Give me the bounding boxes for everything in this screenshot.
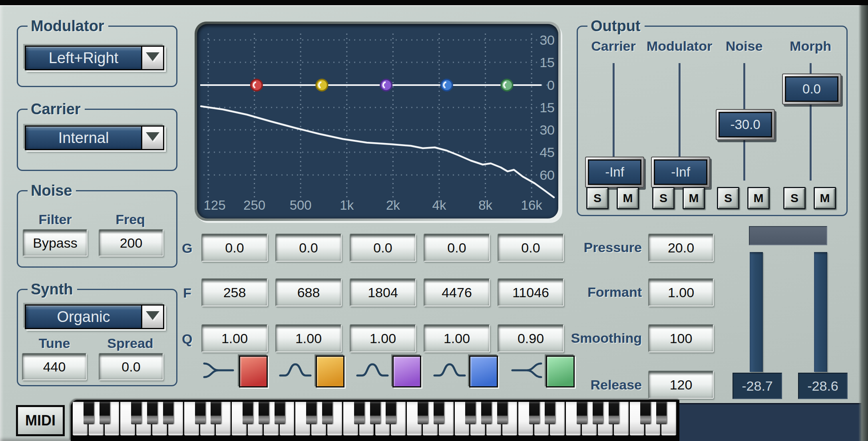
black-key[interactable] — [195, 402, 205, 424]
morph-fader-value: 0.0 — [785, 76, 838, 102]
black-key[interactable] — [640, 402, 651, 424]
svg-text:2k: 2k — [386, 198, 400, 213]
pressure-field[interactable]: 20.0 — [648, 234, 714, 262]
band-knob[interactable] — [380, 79, 392, 91]
dropdown-arrow-button[interactable] — [142, 47, 163, 69]
morph-mute-button[interactable]: M — [814, 187, 836, 209]
formant-field[interactable]: 1.00 — [648, 278, 714, 306]
noise-fader-handle[interactable]: -30.0 — [716, 109, 775, 140]
bandpass-shape-icon — [433, 359, 466, 382]
band4-q-field[interactable]: 1.00 — [424, 324, 490, 352]
band1-freq-field[interactable]: 258 — [201, 278, 268, 306]
black-key[interactable] — [545, 402, 555, 424]
noise-mute-button[interactable]: M — [747, 187, 770, 209]
meter-bar-left — [750, 252, 763, 372]
modulator-fader-handle[interactable]: -Inf — [651, 157, 710, 188]
band2-color-swatch[interactable] — [316, 356, 344, 387]
synth-type-select[interactable]: Organic — [25, 304, 164, 329]
noise-solo-button[interactable]: S — [717, 187, 739, 209]
noise-filter-field[interactable]: Bypass — [23, 229, 88, 256]
bandpass-shape-icon — [279, 359, 312, 382]
black-key[interactable] — [211, 402, 221, 424]
black-key[interactable] — [386, 402, 396, 424]
carrier-fader-value: -Inf — [588, 159, 641, 185]
black-key[interactable] — [259, 402, 269, 424]
band-display[interactable]: 1252505001k2k4k8k16k3015015304560 — [197, 24, 558, 219]
black-key[interactable] — [131, 402, 141, 424]
smoothing-field[interactable]: 100 — [648, 324, 714, 352]
band3-gain-field[interactable]: 0.0 — [350, 234, 416, 262]
black-key[interactable] — [418, 402, 428, 424]
band1-color-swatch[interactable] — [239, 356, 268, 387]
output-carrier-label: Carrier — [577, 38, 649, 54]
black-key[interactable] — [163, 402, 173, 424]
band4-freq-field[interactable]: 4476 — [424, 278, 490, 306]
synth-group-title: Synth — [28, 281, 77, 298]
black-key[interactable] — [275, 402, 285, 424]
black-key[interactable] — [147, 402, 157, 424]
black-key[interactable] — [100, 402, 110, 424]
black-key[interactable] — [322, 402, 332, 424]
band5-gain-field[interactable]: 0.0 — [498, 234, 564, 262]
band5-freq-field[interactable]: 11046 — [498, 278, 564, 306]
midi-button[interactable]: MIDI — [16, 405, 65, 436]
keyboard[interactable] — [71, 400, 679, 441]
black-key[interactable] — [434, 402, 444, 424]
band-display-frame: 1252505001k2k4k8k16k3015015304560 — [195, 22, 561, 221]
carrier-fader-handle[interactable]: -Inf — [585, 157, 644, 188]
synth-spread-field[interactable]: 0.0 — [99, 353, 163, 380]
modulator-mute-button[interactable]: M — [683, 187, 705, 209]
morph-solo-button[interactable]: S — [783, 187, 806, 209]
release-label: Release — [574, 377, 642, 393]
band2-freq-field[interactable]: 688 — [275, 278, 342, 306]
black-key[interactable] — [243, 402, 253, 424]
band3-q-field[interactable]: 1.00 — [350, 324, 416, 352]
band-knob[interactable] — [250, 79, 263, 91]
band-knob[interactable] — [440, 79, 453, 91]
dropdown-arrow-button[interactable] — [142, 127, 163, 149]
black-key[interactable] — [577, 402, 587, 424]
svg-text:500: 500 — [290, 198, 312, 213]
black-key[interactable] — [84, 402, 94, 424]
lowpass-shape-icon — [202, 359, 235, 382]
release-field[interactable]: 120 — [648, 371, 714, 399]
carrier-mute-button[interactable]: M — [617, 187, 639, 209]
carrier-source-value: Internal — [26, 127, 142, 149]
band1-q-field[interactable]: 1.00 — [201, 324, 268, 352]
dropdown-arrow-button[interactable] — [142, 306, 163, 328]
band-knob[interactable] — [500, 79, 513, 91]
svg-text:250: 250 — [243, 198, 265, 213]
black-key[interactable] — [306, 402, 317, 424]
black-key[interactable] — [497, 402, 508, 424]
black-key[interactable] — [656, 402, 667, 424]
band2-q-field[interactable]: 1.00 — [275, 324, 342, 352]
band3-color-swatch[interactable] — [392, 356, 421, 387]
band4-gain-field[interactable]: 0.0 — [424, 234, 490, 262]
modulator-solo-button[interactable]: S — [652, 187, 675, 209]
band-display-plot[interactable]: 1252505001k2k4k8k16k3015015304560 — [197, 24, 558, 219]
svg-text:15: 15 — [540, 55, 555, 70]
black-key[interactable] — [465, 402, 476, 424]
black-key[interactable] — [609, 402, 619, 424]
meter-bar-right — [814, 252, 827, 372]
black-key[interactable] — [370, 402, 380, 424]
band5-color-swatch[interactable] — [546, 356, 575, 387]
band3-freq-field[interactable]: 1804 — [350, 278, 416, 306]
band5-q-field[interactable]: 0.90 — [498, 324, 564, 352]
black-key[interactable] — [593, 402, 603, 424]
carrier-source-select[interactable]: Internal — [25, 125, 164, 150]
black-key[interactable] — [354, 402, 364, 424]
synth-tune-field[interactable]: 440 — [22, 353, 87, 380]
band-knob[interactable] — [315, 79, 328, 91]
window-top-edge — [0, 0, 868, 5]
carrier-solo-button[interactable]: S — [586, 187, 609, 209]
black-key[interactable] — [481, 402, 492, 424]
band4-color-swatch[interactable] — [469, 356, 498, 387]
noise-freq-field[interactable]: 200 — [99, 229, 163, 256]
highpass-shape-icon — [510, 359, 543, 382]
modulator-source-select[interactable]: Left+Right — [25, 46, 164, 70]
morph-fader-handle[interactable]: 0.0 — [782, 74, 841, 105]
black-key[interactable] — [529, 402, 540, 424]
band1-gain-field[interactable]: 0.0 — [201, 234, 268, 262]
band2-gain-field[interactable]: 0.0 — [275, 234, 342, 262]
